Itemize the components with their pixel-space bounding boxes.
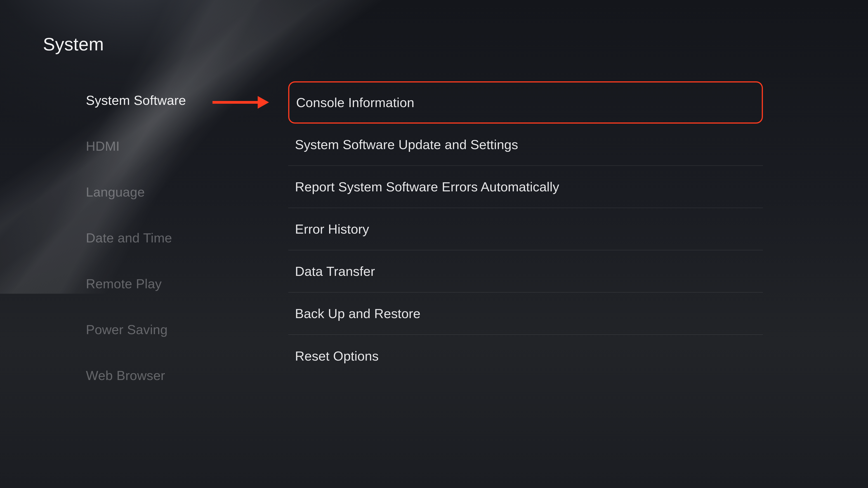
arrow-head	[258, 96, 269, 109]
sidebar-item-hdmi[interactable]: HDMI	[86, 138, 186, 154]
sidebar-item-remote-play[interactable]: Remote Play	[86, 276, 186, 291]
content-item-report-errors[interactable]: Report System Software Errors Automatica…	[288, 166, 763, 208]
sidebar-item-power-saving[interactable]: Power Saving	[86, 322, 186, 337]
content-item-console-information[interactable]: Console Information	[288, 81, 763, 124]
settings-sidebar: System Software HDMI Language Date and T…	[86, 93, 186, 383]
settings-content-panel: Console Information System Software Upda…	[288, 81, 763, 377]
arrow-line	[213, 101, 258, 104]
content-item-system-software-update[interactable]: System Software Update and Settings	[288, 124, 763, 166]
annotation-arrow-icon	[213, 96, 269, 109]
content-item-error-history[interactable]: Error History	[288, 208, 763, 250]
sidebar-item-language[interactable]: Language	[86, 184, 186, 199]
content-item-back-up-restore[interactable]: Back Up and Restore	[288, 293, 763, 335]
sidebar-item-web-browser[interactable]: Web Browser	[86, 368, 186, 383]
sidebar-item-date-and-time[interactable]: Date and Time	[86, 230, 186, 246]
content-item-reset-options[interactable]: Reset Options	[288, 335, 763, 377]
sidebar-item-system-software[interactable]: System Software	[86, 93, 186, 108]
page-title: System	[43, 34, 104, 55]
content-item-data-transfer[interactable]: Data Transfer	[288, 250, 763, 293]
